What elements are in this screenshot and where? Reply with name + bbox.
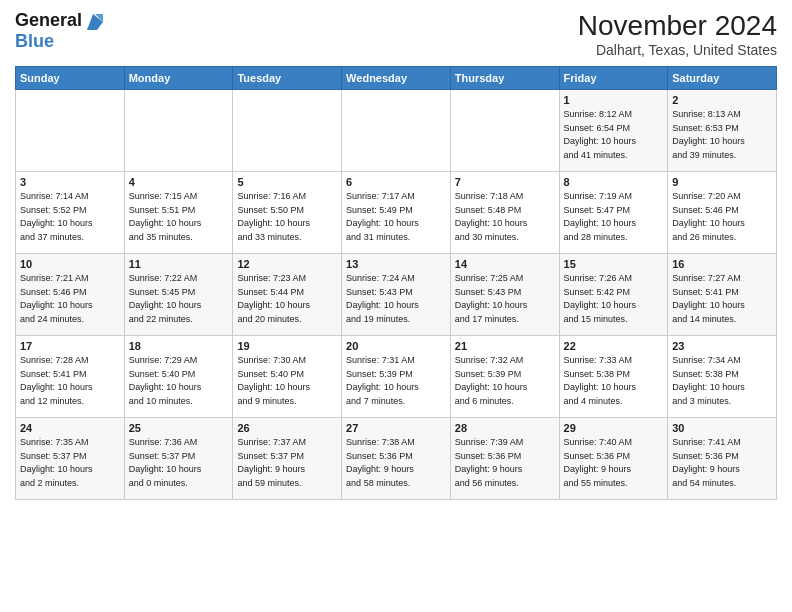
calendar-day: 26Sunrise: 7:37 AM Sunset: 5:37 PM Dayli…: [233, 418, 342, 500]
col-sunday: Sunday: [16, 67, 125, 90]
calendar-day: 7Sunrise: 7:18 AM Sunset: 5:48 PM Daylig…: [450, 172, 559, 254]
calendar-day: 11Sunrise: 7:22 AM Sunset: 5:45 PM Dayli…: [124, 254, 233, 336]
calendar-day: [233, 90, 342, 172]
day-number: 17: [20, 340, 120, 352]
header-row: Sunday Monday Tuesday Wednesday Thursday…: [16, 67, 777, 90]
calendar-day: 20Sunrise: 7:31 AM Sunset: 5:39 PM Dayli…: [342, 336, 451, 418]
calendar-day: 10Sunrise: 7:21 AM Sunset: 5:46 PM Dayli…: [16, 254, 125, 336]
col-wednesday: Wednesday: [342, 67, 451, 90]
day-info: Sunrise: 7:39 AM Sunset: 5:36 PM Dayligh…: [455, 436, 555, 490]
day-number: 28: [455, 422, 555, 434]
day-info: Sunrise: 7:28 AM Sunset: 5:41 PM Dayligh…: [20, 354, 120, 408]
day-info: Sunrise: 7:26 AM Sunset: 5:42 PM Dayligh…: [564, 272, 664, 326]
location: Dalhart, Texas, United States: [578, 42, 777, 58]
day-info: Sunrise: 7:31 AM Sunset: 5:39 PM Dayligh…: [346, 354, 446, 408]
day-number: 25: [129, 422, 229, 434]
day-number: 8: [564, 176, 664, 188]
calendar-day: 2Sunrise: 8:13 AM Sunset: 6:53 PM Daylig…: [668, 90, 777, 172]
day-number: 16: [672, 258, 772, 270]
day-number: 9: [672, 176, 772, 188]
calendar-week-2: 3Sunrise: 7:14 AM Sunset: 5:52 PM Daylig…: [16, 172, 777, 254]
col-thursday: Thursday: [450, 67, 559, 90]
calendar-day: 1Sunrise: 8:12 AM Sunset: 6:54 PM Daylig…: [559, 90, 668, 172]
col-tuesday: Tuesday: [233, 67, 342, 90]
day-number: 7: [455, 176, 555, 188]
day-number: 19: [237, 340, 337, 352]
calendar-week-1: 1Sunrise: 8:12 AM Sunset: 6:54 PM Daylig…: [16, 90, 777, 172]
calendar-day: 29Sunrise: 7:40 AM Sunset: 5:36 PM Dayli…: [559, 418, 668, 500]
day-number: 1: [564, 94, 664, 106]
calendar-day: 19Sunrise: 7:30 AM Sunset: 5:40 PM Dayli…: [233, 336, 342, 418]
day-info: Sunrise: 7:19 AM Sunset: 5:47 PM Dayligh…: [564, 190, 664, 244]
day-number: 14: [455, 258, 555, 270]
day-info: Sunrise: 7:29 AM Sunset: 5:40 PM Dayligh…: [129, 354, 229, 408]
day-info: Sunrise: 7:37 AM Sunset: 5:37 PM Dayligh…: [237, 436, 337, 490]
day-number: 27: [346, 422, 446, 434]
day-info: Sunrise: 8:13 AM Sunset: 6:53 PM Dayligh…: [672, 108, 772, 162]
day-number: 21: [455, 340, 555, 352]
day-info: Sunrise: 7:27 AM Sunset: 5:41 PM Dayligh…: [672, 272, 772, 326]
day-number: 22: [564, 340, 664, 352]
day-info: Sunrise: 7:35 AM Sunset: 5:37 PM Dayligh…: [20, 436, 120, 490]
day-number: 18: [129, 340, 229, 352]
day-info: Sunrise: 7:17 AM Sunset: 5:49 PM Dayligh…: [346, 190, 446, 244]
calendar-day: [342, 90, 451, 172]
day-info: Sunrise: 7:15 AM Sunset: 5:51 PM Dayligh…: [129, 190, 229, 244]
col-saturday: Saturday: [668, 67, 777, 90]
calendar-day: 18Sunrise: 7:29 AM Sunset: 5:40 PM Dayli…: [124, 336, 233, 418]
day-number: 2: [672, 94, 772, 106]
calendar-day: 24Sunrise: 7:35 AM Sunset: 5:37 PM Dayli…: [16, 418, 125, 500]
day-number: 29: [564, 422, 664, 434]
day-info: Sunrise: 7:38 AM Sunset: 5:36 PM Dayligh…: [346, 436, 446, 490]
month-title: November 2024: [578, 10, 777, 42]
col-friday: Friday: [559, 67, 668, 90]
col-monday: Monday: [124, 67, 233, 90]
calendar-day: 22Sunrise: 7:33 AM Sunset: 5:38 PM Dayli…: [559, 336, 668, 418]
calendar-day: [16, 90, 125, 172]
day-number: 12: [237, 258, 337, 270]
calendar-day: 28Sunrise: 7:39 AM Sunset: 5:36 PM Dayli…: [450, 418, 559, 500]
day-info: Sunrise: 7:23 AM Sunset: 5:44 PM Dayligh…: [237, 272, 337, 326]
title-area: November 2024 Dalhart, Texas, United Sta…: [578, 10, 777, 58]
calendar-week-4: 17Sunrise: 7:28 AM Sunset: 5:41 PM Dayli…: [16, 336, 777, 418]
day-info: Sunrise: 7:33 AM Sunset: 5:38 PM Dayligh…: [564, 354, 664, 408]
calendar-day: 14Sunrise: 7:25 AM Sunset: 5:43 PM Dayli…: [450, 254, 559, 336]
calendar-day: 4Sunrise: 7:15 AM Sunset: 5:51 PM Daylig…: [124, 172, 233, 254]
calendar-week-3: 10Sunrise: 7:21 AM Sunset: 5:46 PM Dayli…: [16, 254, 777, 336]
day-info: Sunrise: 7:25 AM Sunset: 5:43 PM Dayligh…: [455, 272, 555, 326]
day-number: 5: [237, 176, 337, 188]
calendar-day: 17Sunrise: 7:28 AM Sunset: 5:41 PM Dayli…: [16, 336, 125, 418]
day-number: 30: [672, 422, 772, 434]
day-info: Sunrise: 7:22 AM Sunset: 5:45 PM Dayligh…: [129, 272, 229, 326]
calendar-day: 25Sunrise: 7:36 AM Sunset: 5:37 PM Dayli…: [124, 418, 233, 500]
calendar-day: 21Sunrise: 7:32 AM Sunset: 5:39 PM Dayli…: [450, 336, 559, 418]
day-info: Sunrise: 7:34 AM Sunset: 5:38 PM Dayligh…: [672, 354, 772, 408]
day-number: 24: [20, 422, 120, 434]
day-info: Sunrise: 8:12 AM Sunset: 6:54 PM Dayligh…: [564, 108, 664, 162]
day-number: 23: [672, 340, 772, 352]
page: General Blue November 2024 Dalhart, Texa…: [0, 0, 792, 612]
calendar-day: 15Sunrise: 7:26 AM Sunset: 5:42 PM Dayli…: [559, 254, 668, 336]
day-number: 15: [564, 258, 664, 270]
header: General Blue November 2024 Dalhart, Texa…: [15, 10, 777, 58]
calendar-day: 30Sunrise: 7:41 AM Sunset: 5:36 PM Dayli…: [668, 418, 777, 500]
day-number: 4: [129, 176, 229, 188]
logo: General Blue: [15, 10, 105, 52]
day-info: Sunrise: 7:21 AM Sunset: 5:46 PM Dayligh…: [20, 272, 120, 326]
calendar-day: 12Sunrise: 7:23 AM Sunset: 5:44 PM Dayli…: [233, 254, 342, 336]
day-info: Sunrise: 7:20 AM Sunset: 5:46 PM Dayligh…: [672, 190, 772, 244]
calendar-day: 23Sunrise: 7:34 AM Sunset: 5:38 PM Dayli…: [668, 336, 777, 418]
calendar-day: 6Sunrise: 7:17 AM Sunset: 5:49 PM Daylig…: [342, 172, 451, 254]
logo-text-general: General: [15, 10, 82, 31]
day-info: Sunrise: 7:32 AM Sunset: 5:39 PM Dayligh…: [455, 354, 555, 408]
calendar-day: 5Sunrise: 7:16 AM Sunset: 5:50 PM Daylig…: [233, 172, 342, 254]
day-number: 20: [346, 340, 446, 352]
day-number: 6: [346, 176, 446, 188]
day-info: Sunrise: 7:14 AM Sunset: 5:52 PM Dayligh…: [20, 190, 120, 244]
day-info: Sunrise: 7:30 AM Sunset: 5:40 PM Dayligh…: [237, 354, 337, 408]
calendar-day: 13Sunrise: 7:24 AM Sunset: 5:43 PM Dayli…: [342, 254, 451, 336]
logo-icon: [85, 12, 105, 30]
calendar-day: 16Sunrise: 7:27 AM Sunset: 5:41 PM Dayli…: [668, 254, 777, 336]
calendar-day: [450, 90, 559, 172]
day-number: 10: [20, 258, 120, 270]
